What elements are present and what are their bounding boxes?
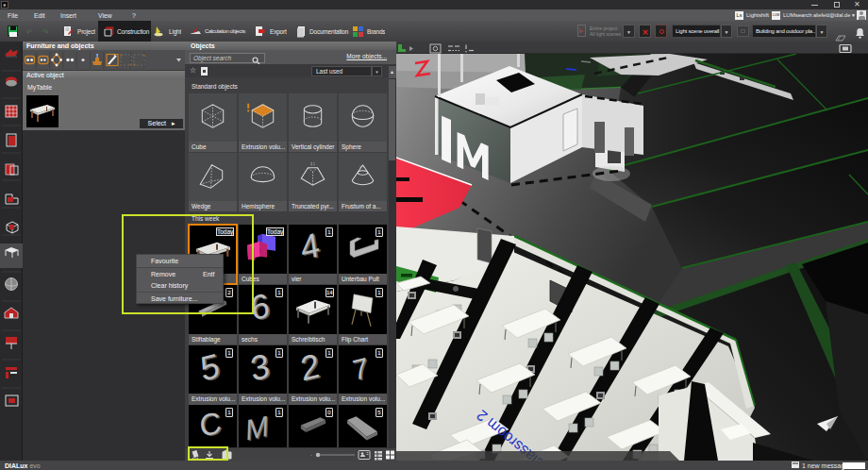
svg-text:M: M — [245, 409, 270, 446]
svg-text:-: - — [310, 452, 312, 458]
svg-text:!: ! — [96, 53, 98, 59]
